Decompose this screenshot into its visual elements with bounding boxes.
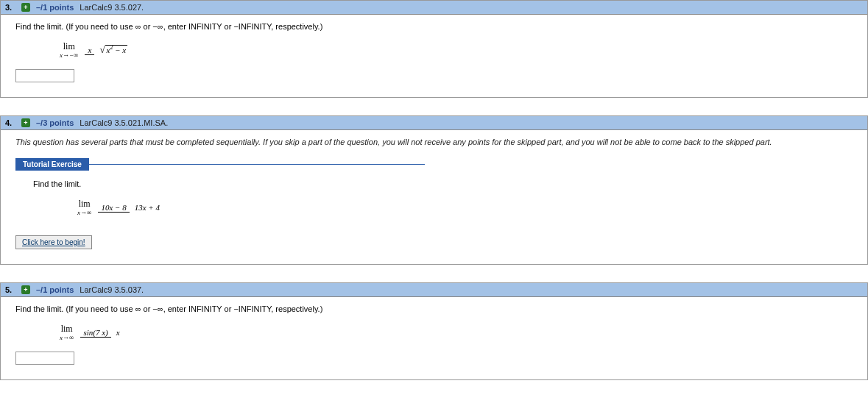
question-header: 4. + –/3 points LarCalc9 3.5.021.MI.SA.	[1, 116, 867, 130]
fraction-denominator: 13x + 4	[132, 203, 163, 212]
question-header: 5. + –/1 points LarCalc9 3.5.037.	[1, 283, 867, 297]
question-header: 3. + –/1 points LarCalc9 3.5.027.	[1, 1, 867, 15]
points-label: –/1 points	[36, 285, 74, 294]
fraction-numerator: sin(7 x)	[80, 328, 110, 338]
question-body: Find the limit. (If you need to use ∞ or…	[1, 15, 867, 97]
question-body: Find the limit. (If you need to use ∞ or…	[1, 297, 867, 379]
divider	[86, 164, 425, 165]
instruction-text: Find the limit. (If you need to use ∞ or…	[15, 304, 853, 313]
points-label: –/3 points	[36, 118, 74, 127]
tutorial-content: Find the limit. lim x→∞ 10x − 8 13x + 4	[15, 179, 853, 216]
instruction-text: Find the limit. (If you need to use ∞ or…	[15, 22, 853, 31]
question-number: 5.	[5, 285, 15, 294]
expand-icon[interactable]: +	[21, 285, 30, 294]
source-label: LarCalc9 3.5.021.MI.SA.	[80, 118, 168, 127]
lim-label: lim	[79, 199, 91, 209]
lim-label: lim	[61, 324, 73, 334]
answer-input[interactable]	[15, 69, 74, 82]
points-label: –/1 points	[36, 3, 74, 12]
limit-expression: lim x→−∞ x √x2 − x	[15, 41, 853, 59]
lim-label: lim	[63, 41, 75, 51]
expand-icon[interactable]: +	[21, 118, 30, 127]
fraction-denominator: √x2 − x	[96, 46, 130, 54]
lim-subscript: x→∞	[60, 334, 74, 341]
limit-expression: lim x→∞ 10x − 8 13x + 4	[33, 199, 853, 216]
lim-subscript: x→∞	[77, 209, 91, 216]
fraction-numerator: 10x − 8	[98, 203, 129, 213]
tutorial-header: Tutorial Exercise	[15, 158, 853, 171]
source-label: LarCalc9 3.5.037.	[80, 285, 144, 294]
question-4: 4. + –/3 points LarCalc9 3.5.021.MI.SA. …	[0, 115, 868, 265]
begin-button[interactable]: Click here to begin!	[15, 235, 92, 249]
limit-expression: lim x→∞ sin(7 x) x	[15, 324, 853, 341]
sqrt-icon: √	[99, 44, 105, 55]
fraction-denominator: x	[113, 328, 123, 337]
expand-icon[interactable]: +	[21, 3, 30, 12]
fraction-numerator: x	[85, 46, 94, 55]
question-body: This question has several parts that mus…	[1, 130, 867, 264]
question-3: 3. + –/1 points LarCalc9 3.5.027. Find t…	[0, 0, 868, 98]
question-5: 5. + –/1 points LarCalc9 3.5.037. Find t…	[0, 282, 868, 380]
answer-input[interactable]	[15, 352, 74, 365]
question-number: 3.	[5, 3, 15, 12]
tutorial-label: Tutorial Exercise	[15, 158, 89, 171]
source-label: LarCalc9 3.5.027.	[80, 3, 144, 12]
lim-subscript: x→−∞	[60, 51, 78, 59]
question-number: 4.	[5, 118, 15, 127]
instruction-text: Find the limit.	[33, 179, 853, 188]
sequential-note: This question has several parts that mus…	[15, 138, 853, 146]
